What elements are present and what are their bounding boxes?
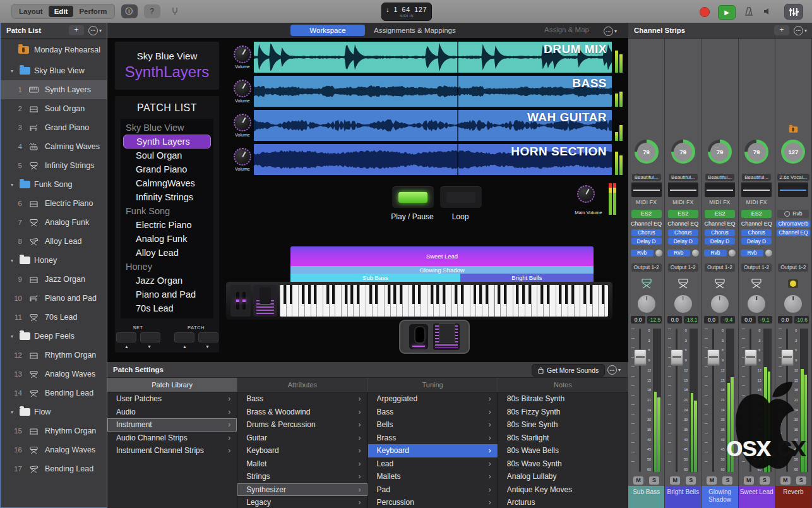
- library-item[interactable]: Brass›: [368, 432, 498, 445]
- patch-item[interactable]: 8Alloy Lead: [1, 232, 107, 251]
- foot-pedals[interactable]: [399, 320, 470, 354]
- mode-segmented-control[interactable]: Layout Edit Perform: [11, 4, 115, 19]
- add-patch-button[interactable]: +: [69, 25, 84, 35]
- library-item[interactable]: Drums & Percussion›: [237, 418, 367, 432]
- screen-patch-item[interactable]: Electric Piano: [121, 218, 213, 232]
- waveform-region[interactable]: DRUM MIX: [254, 42, 612, 73]
- volume-fader[interactable]: [671, 327, 682, 475]
- screen-patch-item[interactable]: Analog Funk: [121, 232, 213, 246]
- level-knob[interactable]: 79: [708, 140, 732, 164]
- eq-thumbnail[interactable]: [668, 182, 698, 197]
- pitch-mod-wheels[interactable]: [230, 285, 251, 317]
- library-item[interactable]: Bells›: [368, 418, 498, 432]
- patch-item[interactable]: 16Analog Waves: [1, 440, 107, 459]
- screen-patch-item[interactable]: Infinity Strings: [121, 190, 213, 204]
- tab-assignments-mappings[interactable]: Assignments & Mappings: [365, 25, 465, 36]
- library-item[interactable]: 80s Fizzy Synth: [498, 406, 628, 419]
- library-item[interactable]: Synthesizer›: [237, 483, 367, 497]
- pan-value[interactable]: 0.0: [741, 316, 756, 324]
- send-level-knob[interactable]: [765, 250, 772, 257]
- layer-glowing-shadow[interactable]: Glowing Shadow: [290, 266, 594, 274]
- plugin-button[interactable]: Channel EQ: [777, 229, 809, 236]
- library-item[interactable]: User Patches›: [107, 392, 237, 406]
- pan-value[interactable]: 0.0: [778, 316, 792, 324]
- library-item[interactable]: Instrument›: [107, 418, 237, 432]
- screen-patch-item[interactable]: Funk Song: [121, 204, 213, 218]
- fader-cap[interactable]: [634, 349, 647, 366]
- patch-settings-action-menu[interactable]: •••▾: [607, 365, 621, 375]
- waveform-region[interactable]: HORN SECTION: [254, 144, 612, 175]
- channel-strip[interactable]: 79Beautiful...MIDI FXES2Channel EQChorus…: [665, 39, 702, 508]
- library-item[interactable]: Percussion›: [368, 496, 498, 508]
- screen-patch-item[interactable]: Jazz Organ: [121, 274, 213, 287]
- send-level-knob[interactable]: [729, 250, 736, 257]
- gain-value[interactable]: -13.1: [684, 316, 698, 324]
- solo-button[interactable]: S: [760, 476, 770, 485]
- library-item[interactable]: 80s Wave Synth: [498, 457, 628, 471]
- send-bus-button[interactable]: Rvb: [667, 250, 690, 257]
- pan-knob[interactable]: [711, 295, 729, 313]
- screen-patch-item[interactable]: Soul Organ: [121, 148, 213, 162]
- solo-button[interactable]: S: [649, 476, 659, 485]
- set-item[interactable]: ▾Funk Song: [1, 175, 107, 194]
- tab-workspace[interactable]: Workspace: [290, 25, 365, 36]
- info-icon[interactable]: ⓘ: [121, 4, 138, 18]
- library-item[interactable]: Lead›: [368, 457, 498, 471]
- output-button[interactable]: Output 1-2: [631, 263, 662, 272]
- solo-button[interactable]: S: [686, 476, 696, 485]
- layer-bright-bells[interactable]: Bright Bells: [460, 274, 594, 282]
- waveform-region[interactable]: BASS: [254, 76, 612, 107]
- screen-patch-item[interactable]: Grand Piano: [121, 162, 213, 176]
- output-button[interactable]: Output 1-2: [778, 263, 808, 272]
- output-button[interactable]: Output 1-2: [668, 263, 698, 272]
- set-disclosure-icon[interactable]: ▾: [11, 68, 16, 74]
- pan-knob[interactable]: [784, 295, 802, 313]
- level-knob[interactable]: 127: [781, 140, 805, 164]
- fader-cap[interactable]: [707, 349, 720, 366]
- library-item[interactable]: Keyboard›: [368, 444, 498, 457]
- playhead[interactable]: [457, 42, 458, 175]
- patch-item[interactable]: 12Rhythm Organ: [1, 346, 107, 365]
- gain-value[interactable]: -9.1: [758, 316, 772, 324]
- record-button[interactable]: [700, 7, 710, 17]
- screen-patch-item[interactable]: 70s Lead: [121, 301, 213, 315]
- eq-thumbnail[interactable]: [741, 182, 772, 197]
- patch-item[interactable]: 13Analog Waves: [1, 365, 107, 384]
- volume-fader[interactable]: [635, 327, 645, 475]
- mode-edit[interactable]: Edit: [49, 6, 74, 17]
- set-item[interactable]: ▾Honey: [1, 251, 107, 270]
- library-item[interactable]: Arcturus: [498, 496, 628, 508]
- tuner-icon[interactable]: [167, 4, 183, 18]
- gain-value[interactable]: -12.5: [647, 316, 662, 324]
- send-button[interactable]: Delay D: [668, 238, 698, 245]
- send-bus-button[interactable]: Rvb: [631, 250, 654, 257]
- patch-item[interactable]: 17Bending Lead: [1, 459, 107, 478]
- send-button[interactable]: Chorus: [705, 229, 735, 236]
- volume-knob[interactable]: [234, 148, 251, 166]
- patch-item[interactable]: 3Grand Piano: [1, 118, 107, 137]
- mode-perform[interactable]: Perform: [73, 6, 112, 17]
- fader-cap[interactable]: [744, 349, 757, 366]
- mute-button[interactable]: M: [633, 476, 643, 485]
- get-more-sounds-button[interactable]: Get More Sounds: [532, 364, 605, 377]
- screen-patch-item[interactable]: Piano and Pad: [121, 287, 213, 301]
- library-item[interactable]: 80s Starlight: [498, 432, 628, 445]
- pan-knob[interactable]: [674, 295, 692, 313]
- metronome-icon[interactable]: [741, 5, 756, 18]
- library-item[interactable]: Antique Key Moves: [498, 483, 628, 497]
- library-item[interactable]: 80s Sine Synth: [498, 418, 628, 432]
- set-disclosure-icon[interactable]: ▾: [11, 182, 16, 188]
- loop-button[interactable]: [439, 186, 482, 209]
- instrument-button[interactable]: ES2: [668, 210, 698, 218]
- set-disclosure-icon[interactable]: ▾: [11, 334, 16, 339]
- patch-item[interactable]: 1170s Lead: [1, 308, 107, 327]
- volume-fader[interactable]: [708, 327, 719, 475]
- library-item[interactable]: 80s Wave Bells: [498, 444, 628, 457]
- library-item[interactable]: Audio Channel Strips›: [107, 432, 237, 445]
- patch-up-button[interactable]: [174, 332, 194, 342]
- channel-strip[interactable]: 79Beautiful...MIDI FXES2Channel EQChorus…: [628, 39, 665, 508]
- layer-sub-bass[interactable]: Sub Bass: [290, 274, 460, 282]
- library-item[interactable]: Keyboard›: [237, 444, 367, 457]
- pan-value[interactable]: 0.0: [704, 316, 719, 324]
- layer-sweet-lead[interactable]: Sweet Lead: [290, 246, 594, 266]
